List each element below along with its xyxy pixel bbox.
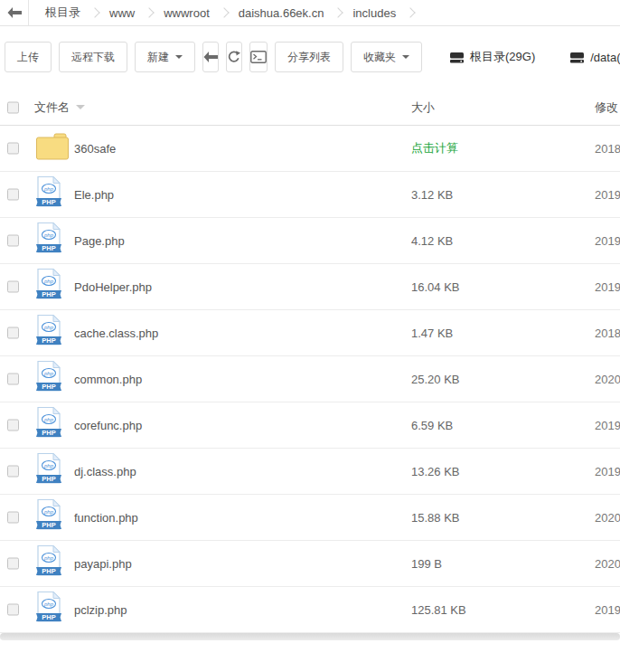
svg-text:PHP: PHP xyxy=(42,613,55,621)
svg-text:php: php xyxy=(43,463,54,469)
breadcrumb-item-www[interactable]: www xyxy=(97,6,147,20)
php-file-icon: php PHP xyxy=(35,544,62,582)
svg-text:php: php xyxy=(43,555,54,561)
svg-text:PHP: PHP xyxy=(42,567,55,575)
file-name[interactable]: payapi.php xyxy=(74,557,132,571)
breadcrumb-item-root[interactable]: 根目录 xyxy=(33,5,93,21)
php-file-icon: php PHP xyxy=(35,222,62,260)
file-size: 4.12 KB xyxy=(411,234,453,248)
file-modified: 2020 xyxy=(595,557,620,571)
row-checkbox[interactable] xyxy=(7,374,19,385)
file-name[interactable]: corefunc.php xyxy=(74,419,142,432)
file-size: 25.20 KB xyxy=(411,373,460,386)
file-size: 15.88 KB xyxy=(411,511,460,525)
column-header-modified[interactable]: 修改 xyxy=(595,99,618,116)
table-row[interactable]: php PHP payapi.php 199 B 2020 xyxy=(0,541,620,587)
table-body: 360safe 点击计算 2018 php PHP Ele.ph xyxy=(0,126,620,633)
file-name[interactable]: cache.class.php xyxy=(74,327,158,340)
table-row[interactable]: 360safe 点击计算 2018 xyxy=(0,126,620,172)
file-modified: 2020 xyxy=(595,373,620,386)
new-dropdown-button[interactable]: 新建 xyxy=(135,42,195,72)
refresh-button[interactable] xyxy=(226,42,242,72)
remote-download-button[interactable]: 远程下载 xyxy=(59,42,127,72)
disk-data-label: /data(5 xyxy=(590,51,620,64)
select-all-checkbox[interactable] xyxy=(7,101,19,113)
table-row[interactable]: php PHP cache.class.php 1.47 KB 2018 xyxy=(0,310,620,356)
file-modified: 2020 xyxy=(595,511,620,525)
terminal-button[interactable] xyxy=(249,42,268,72)
file-modified: 2019 xyxy=(595,280,620,294)
caret-down-icon xyxy=(402,55,409,59)
row-checkbox[interactable] xyxy=(7,143,19,155)
table-row[interactable]: php PHP dj.class.php 13.26 KB 2019 xyxy=(0,449,620,495)
go-back-button[interactable] xyxy=(202,42,219,72)
svg-text:PHP: PHP xyxy=(42,383,55,391)
row-checkbox[interactable] xyxy=(7,327,19,339)
file-table: 文件名 大小 修改 360safe 点击计算 2018 xyxy=(0,90,620,633)
file-name[interactable]: dj.class.php xyxy=(74,465,136,478)
upload-button[interactable]: 上传 xyxy=(5,42,52,72)
php-file-icon: php PHP xyxy=(35,591,62,629)
table-row[interactable]: php PHP Page.php 4.12 KB 2019 xyxy=(0,218,620,264)
file-name[interactable]: PdoHelper.php xyxy=(74,280,152,294)
svg-text:php: php xyxy=(43,186,54,192)
breadcrumb-item-wwwroot[interactable]: wwwroot xyxy=(151,6,222,20)
file-name[interactable]: 360safe xyxy=(74,142,116,156)
svg-text:php: php xyxy=(43,279,54,284)
row-checkbox[interactable] xyxy=(7,558,19,570)
share-list-button-label: 分享列表 xyxy=(287,50,331,65)
svg-text:php: php xyxy=(43,371,54,376)
row-checkbox[interactable] xyxy=(7,466,19,478)
calculate-size-link[interactable]: 点击计算 xyxy=(411,140,458,156)
file-name[interactable]: function.php xyxy=(74,511,138,525)
table-row[interactable]: php PHP pclzip.php 125.81 KB 2019 xyxy=(0,587,620,633)
horizontal-scrollbar[interactable] xyxy=(0,633,620,640)
favorites-button-label: 收藏夹 xyxy=(363,50,396,65)
svg-text:php: php xyxy=(43,325,54,330)
table-header: 文件名 大小 修改 xyxy=(0,90,620,126)
row-checkbox[interactable] xyxy=(7,281,19,293)
disk-data[interactable]: /data(5 xyxy=(569,51,620,64)
php-file-icon: php PHP xyxy=(35,314,62,352)
file-size: 16.04 KB xyxy=(411,280,460,294)
arrow-left-icon xyxy=(203,52,218,62)
table-row[interactable]: php PHP common.php 25.20 KB 2020 xyxy=(0,356,620,402)
row-checkbox[interactable] xyxy=(7,420,19,431)
row-checkbox[interactable] xyxy=(7,189,19,201)
row-checkbox[interactable] xyxy=(7,512,19,524)
file-name[interactable]: common.php xyxy=(74,373,142,386)
file-modified: 2019 xyxy=(595,234,620,248)
table-row[interactable]: php PHP PdoHelper.php 16.04 KB 2019 xyxy=(0,264,620,310)
svg-text:PHP: PHP xyxy=(42,290,55,298)
row-checkbox[interactable] xyxy=(7,604,19,616)
table-row[interactable]: php PHP function.php 15.88 KB 2020 xyxy=(0,495,620,541)
share-list-button[interactable]: 分享列表 xyxy=(275,42,343,72)
table-row[interactable]: php PHP Ele.php 3.12 KB 2019 xyxy=(0,172,620,218)
file-name[interactable]: Ele.php xyxy=(74,188,114,202)
column-header-filename[interactable]: 文件名 xyxy=(34,99,85,116)
file-size: 13.26 KB xyxy=(411,465,460,478)
breadcrumb-item-site[interactable]: daishua.66ek.cn xyxy=(226,6,337,20)
svg-text:php: php xyxy=(43,509,54,515)
disk-root-label: 根目录(29G) xyxy=(470,49,535,65)
svg-text:PHP: PHP xyxy=(42,429,55,437)
favorites-dropdown-button[interactable]: 收藏夹 xyxy=(351,42,422,72)
svg-text:PHP: PHP xyxy=(42,521,55,529)
table-row[interactable]: php PHP corefunc.php 6.59 KB 2019 xyxy=(0,402,620,449)
svg-text:php: php xyxy=(43,232,54,238)
file-manager: 根目录 www wwwroot daishua.66ek.cn includes… xyxy=(0,0,620,672)
refresh-icon xyxy=(227,50,241,64)
file-size: 6.59 KB xyxy=(411,419,453,432)
column-header-size[interactable]: 大小 xyxy=(411,99,435,116)
php-file-icon: php PHP xyxy=(35,268,62,306)
file-name[interactable]: Page.php xyxy=(74,234,125,248)
file-modified: 2019 xyxy=(595,188,620,202)
new-button-label: 新建 xyxy=(147,50,169,65)
row-checkbox[interactable] xyxy=(7,235,19,247)
disk-root[interactable]: 根目录(29G) xyxy=(449,49,535,65)
breadcrumb-item-includes[interactable]: includes xyxy=(340,6,409,20)
upload-button-label: 上传 xyxy=(17,50,39,65)
breadcrumb: 根目录 www wwwroot daishua.66ek.cn includes xyxy=(0,0,620,26)
file-name[interactable]: pclzip.php xyxy=(74,603,127,617)
back-button[interactable] xyxy=(0,0,29,25)
